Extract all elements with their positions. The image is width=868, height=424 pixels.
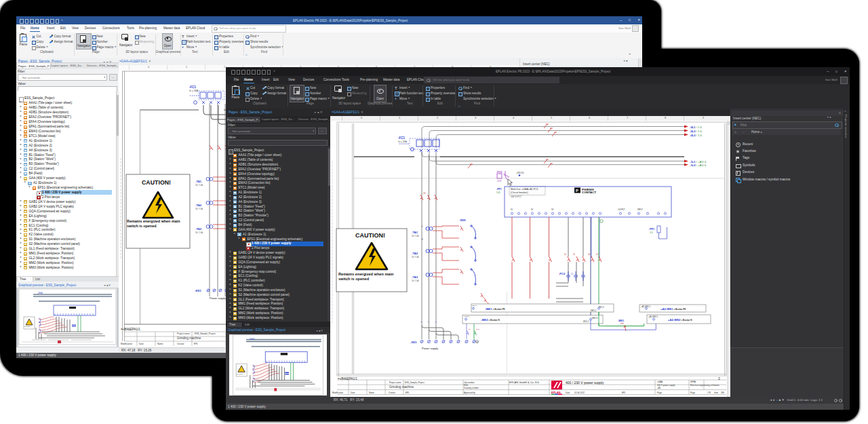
svg-text:50 / 5 A: 50 / 5 A — [195, 208, 203, 210]
svg-text:-200: -200 — [249, 337, 255, 341]
svg-text:In = 33A: In = 33A — [189, 90, 199, 92]
svg-text:=GAA: =GAA — [657, 381, 663, 383]
svg-text:Date: Date — [351, 391, 355, 394]
svg-text:EPLAN: EPLAN — [551, 391, 561, 394]
svg-text:Project name: Project name — [389, 381, 401, 384]
svg-text:16: 16 — [423, 192, 426, 195]
svg-text:switch is opened: switch is opened — [338, 277, 370, 281]
svg-text:-0L3 / 1.6: -0L3 / 1.6 — [690, 134, 703, 137]
svg-text:CAUTION!: CAUTION! — [142, 179, 171, 186]
svg-text:Grinding machine: Grinding machine — [389, 385, 414, 389]
svg-text:-0L1 / 1.6: -0L1 / 1.6 — [690, 126, 703, 129]
svg-text:INPUT: INPUT — [637, 208, 643, 211]
svg-text:-1L1 / +A\1.6: -1L1 / +A\1.6 — [690, 160, 707, 163]
svg-text:-WE1.3: -WE1.3 — [471, 305, 477, 307]
svg-text:-PF1: -PF1 — [649, 228, 654, 231]
svg-text:0.5: 0.5 — [596, 253, 599, 256]
svg-text:178: 178 — [707, 391, 711, 394]
svg-text:-FC5: -FC5 — [496, 171, 502, 174]
svg-text:10: 10 — [573, 253, 575, 256]
svg-text:-TA3: -TA3 — [412, 275, 418, 279]
svg-text:EPLAN GmbH & Co. KG: EPLAN GmbH & Co. KG — [509, 381, 539, 384]
svg-text:S2: S2 — [531, 208, 534, 211]
svg-text:Power supply: Power supply — [422, 347, 438, 350]
svg-text:2x6: 2x6 — [620, 322, 624, 325]
svg-text:EPL: EPL — [406, 391, 410, 394]
svg-text:10.8: 10.8 — [497, 180, 501, 182]
svg-text:CONTACT: CONTACT — [582, 191, 596, 194]
svg-text:+A2-WE1 = Busbar PE: +A2-WE1 = Busbar PE — [660, 307, 686, 311]
svg-text:B4: B4 — [469, 328, 471, 330]
svg-text:-FC1: -FC1 — [398, 136, 405, 140]
svg-text:Date: Date — [139, 343, 144, 345]
svg-text:40A*50/PKZ*: 40A*50/PKZ* — [511, 195, 522, 198]
svg-text:-PF1: -PF1 — [496, 188, 502, 191]
svg-text:Job number: Job number — [464, 381, 475, 384]
svg-text:CL8: CL8 — [496, 191, 500, 194]
svg-text:-WE2 = Busbar N: -WE2 = Busbar N — [481, 318, 500, 322]
svg-text:CAUTION!: CAUTION! — [355, 232, 385, 239]
svg-text:L1: L1 — [420, 321, 422, 323]
svg-text:50 / 5 A: 50 / 5 A — [412, 256, 418, 258]
svg-text:L: L — [422, 225, 423, 228]
svg-text:K: K — [422, 238, 423, 241]
svg-text:-FC1: -FC1 — [189, 85, 196, 89]
svg-text:-WE1.2: -WE1.2 — [590, 309, 597, 312]
svg-text:Drawing number: Drawing number — [464, 387, 479, 389]
svg-text:50 / 5 A: 50 / 5 A — [412, 280, 418, 282]
svg-text:S1: S1 — [511, 208, 513, 211]
svg-text:L3: L3 — [435, 321, 437, 323]
svg-text:-200: -200 — [37, 291, 43, 294]
svg-text:+A2-WE2 = Busbar N: +A2-WE2 = Busbar N — [668, 318, 692, 322]
svg-text:=+B4&EPA1/1: =+B4&EPA1/1 — [121, 328, 140, 331]
svg-text:Creator: Creator — [177, 343, 185, 345]
svg-text:EPL: EPL — [194, 343, 198, 345]
svg-text:C1: C1 — [571, 273, 574, 275]
svg-text:-TA2: -TA2 — [412, 252, 418, 255]
svg-text:ESS_Sample_Project: ESS_Sample_Project — [405, 381, 425, 384]
svg-text:Power supply: Power supply — [210, 296, 226, 300]
svg-text:ESS_Sample_Project: ESS_Sample_Project — [195, 332, 216, 335]
svg-text:-WE2.3: -WE2.3 — [591, 317, 598, 320]
svg-text:+A1: +A1 — [657, 387, 661, 389]
svg-text:-XD1: -XD1 — [410, 341, 417, 344]
svg-text:In = 32A: In = 32A — [398, 140, 407, 143]
svg-text:-KD1: -KD1 — [195, 289, 201, 292]
svg-text:Remains: Remains — [24, 326, 31, 327]
svg-text:Creator: Creator — [389, 391, 395, 394]
svg-text:50 / 5 A: 50 / 5 A — [195, 184, 203, 187]
svg-text:S3: S3 — [551, 208, 554, 211]
svg-text:Modification: Modification — [121, 343, 132, 345]
svg-text:Date: Date — [566, 391, 570, 394]
svg-text:-0L2 / 1.6: -0L2 / 1.6 — [690, 130, 703, 133]
svg-text:Multi-line: =GAA+A1-FC5: Multi-line: =GAA+A1-FC5 — [511, 188, 538, 191]
svg-text:-TA1: -TA1 — [412, 231, 418, 234]
svg-text:50 / 5 A: 50 / 5 A — [195, 231, 203, 234]
svg-text:B4/N: B4/N — [476, 328, 480, 330]
svg-text:/1.4: /1.4 — [650, 231, 653, 234]
svg-text:Modification: Modification — [332, 391, 343, 394]
svg-text:NFPA:: NFPA: — [690, 381, 696, 383]
svg-text:50 / 5 A: 50 / 5 A — [412, 235, 418, 237]
svg-text:-1L2 / +A\1.6: -1L2 / +A\1.6 — [690, 163, 707, 167]
svg-text:Page: Page — [657, 391, 662, 394]
svg-text:-XD5: -XD5 — [459, 218, 466, 222]
svg-text:-WE2.3: -WE2.3 — [464, 315, 470, 317]
svg-text:Electrical engineering schemat: Electrical engineering schematic — [690, 384, 720, 387]
svg-text:-WD2.2: -WD2.2 — [583, 320, 589, 323]
svg-text:Remains energized when main: Remains energized when main — [338, 272, 394, 276]
svg-text:Grinding machine: Grinding machine — [177, 336, 201, 340]
svg-text:-TA2: -TA2 — [195, 204, 202, 207]
svg-text:Remains energized when main: Remains energized when main — [127, 219, 180, 223]
svg-text:02.06.2022: 02.06.2022 — [574, 391, 585, 394]
svg-text:Remains: Remains — [237, 373, 243, 374]
svg-text:-TA1: -TA1 — [195, 180, 202, 183]
svg-text:2: 2 — [718, 377, 720, 381]
svg-text:P: P — [576, 189, 578, 193]
svg-text:-WE1 = Busbar PE: -WE1 = Busbar PE — [485, 307, 505, 311]
svg-text:(Circuit breaker): (Circuit breaker) — [511, 191, 528, 194]
svg-text:Project name: Project name — [177, 332, 190, 335]
svg-text:Name: Name — [157, 343, 163, 345]
svg-text:Approved by: Approved by — [464, 391, 475, 394]
svg-text:16: 16 — [588, 253, 590, 256]
